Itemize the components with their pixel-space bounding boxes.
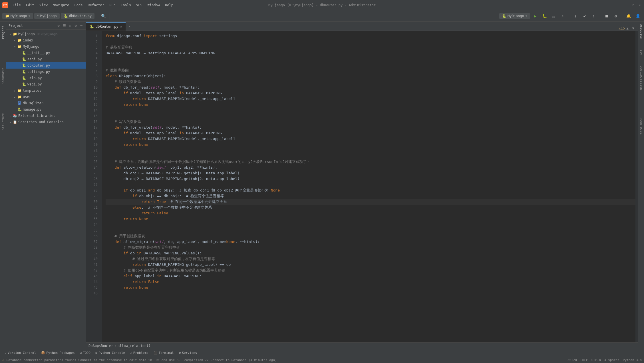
tree-item-asgi[interactable]: 🐍 asgi.py (6, 56, 86, 62)
search-everywhere-btn[interactable]: 🔍 (99, 12, 107, 20)
line-num-31: 31 (86, 205, 98, 210)
tree-item-urls[interactable]: 🐍 urls.py (6, 75, 86, 81)
terminal-btn[interactable]: ⬛ Terminal (151, 350, 176, 355)
encoding[interactable]: UTF-8 (591, 358, 601, 362)
code-line-44: return False (106, 279, 635, 285)
panel-settings-icon[interactable]: ⚙ (56, 23, 61, 28)
run-config-chevron: ▾ (525, 14, 527, 18)
tree-item-templates[interactable]: ▸ 📁 templates (6, 87, 86, 94)
code-line-21 (106, 147, 635, 153)
git-commit-button[interactable]: ✔ (581, 12, 589, 20)
maximize-button[interactable]: □ (631, 3, 635, 7)
tab-overflow-btn[interactable]: ▾ (126, 22, 133, 31)
line-num-12: 12 (86, 96, 98, 102)
git-update-button[interactable]: ↓ (571, 12, 579, 20)
line-num-26: 26 (86, 176, 98, 182)
code-line-5 (106, 56, 635, 62)
tree-no-arrow-urls (18, 76, 21, 80)
line-num-24: 24 (86, 165, 98, 170)
code-line-10: def db_for_read(self, model, **hints): (106, 85, 635, 90)
line-num-32: 32 (86, 210, 98, 216)
code-content[interactable]: from django.conf import settings # 获取配置字… (102, 31, 635, 342)
active-editor-tab[interactable]: 🐍 dbRouter.py ✕ (86, 22, 126, 31)
line-num-39: 39 (86, 250, 98, 256)
line-num-6: 6 (86, 62, 98, 67)
file-btn[interactable]: 🐍 dbRouter.py (61, 13, 94, 19)
git-push-button[interactable]: ↑ (590, 12, 598, 20)
tab-close-btn[interactable]: ✕ (120, 25, 122, 29)
vcs-branch[interactable]: ⑂ MyDjango (34, 13, 60, 19)
panel-close-icon[interactable]: ─ (79, 23, 84, 28)
tree-item-user[interactable]: ▸ 📁 user (6, 94, 86, 100)
database-tab[interactable]: Database (638, 22, 644, 41)
run-button[interactable]: ▶ (531, 12, 539, 20)
warning-count[interactable]: ⚠ 15 (619, 26, 624, 31)
stop-button[interactable]: ⏹ (603, 12, 611, 20)
panel-gear-icon[interactable]: ⚙ (73, 23, 78, 28)
menu-item-navigate[interactable]: Navigate (51, 2, 72, 8)
menu-item-code[interactable]: Code (72, 2, 85, 8)
coverage-button[interactable]: ⑉ (550, 12, 558, 20)
tree-item-init[interactable]: 🐍 __init__.py (6, 50, 86, 56)
tree-item-settings[interactable]: 🐍 settings.py (6, 69, 86, 75)
editor-scroll-up[interactable]: ▲ (625, 26, 630, 31)
vcs-label: Version Control (8, 351, 36, 355)
version-control-btn[interactable]: ⑂ Version Control (2, 350, 38, 355)
tree-icon-mydjango: 📁 (17, 44, 22, 49)
tree-item-db[interactable]: 🗄 db.sqlite3 (6, 100, 86, 106)
menu-item-tools[interactable]: Tools (118, 2, 133, 8)
structure-tab[interactable]: Structure (0, 111, 6, 132)
tree-item-extlibs[interactable]: ▸ 📚 External Libraries (6, 113, 86, 119)
line-num-40: 40 (86, 256, 98, 262)
problems-btn[interactable]: ⚠ Problems (128, 350, 151, 355)
tree-item-mydj-root[interactable]: ▾ 📁 MyDjango D:\MyDjango (6, 31, 86, 37)
tab-python-icon: 🐍 (90, 25, 94, 29)
tree-item-manage[interactable]: 🐍 manage.py (6, 106, 86, 113)
notifications-tab[interactable]: Notifications (638, 63, 644, 92)
debug-button[interactable]: 🐛 (540, 12, 548, 20)
run-configuration[interactable]: 🐍 MyDjango ▾ (499, 13, 530, 19)
notifications-btn[interactable]: 🔔 (625, 12, 633, 20)
tree-item-dbrouter[interactable]: 🐍 dbRouter.py (6, 62, 86, 69)
tree-item-mydjango[interactable]: ▾ 📁 MyDjango (6, 43, 86, 50)
todo-btn[interactable]: ☑ TODO (78, 350, 93, 355)
line-num-13: 13 (86, 102, 98, 107)
bookmarks-tab[interactable]: Bookmarks (0, 66, 6, 86)
minimize-button[interactable]: ─ (625, 3, 629, 7)
profile-button[interactable]: ⚡ (559, 12, 567, 20)
git-tab[interactable]: Git (638, 47, 644, 57)
word-book-tab[interactable]: Word Book (638, 115, 644, 137)
indent-info[interactable]: 4 spaces (604, 358, 619, 362)
tree-label-scratches: Scratches and Consoles (18, 120, 64, 124)
menu-item-refactor[interactable]: Refactor (85, 2, 106, 8)
cursor-position[interactable]: 30:20 (567, 358, 577, 362)
project-selector[interactable]: 📁 MyDjango ▾ (2, 13, 33, 19)
menu-item-window[interactable]: Window (145, 2, 162, 8)
panel-expand-icon[interactable]: ↕ (68, 23, 72, 28)
editor-wrapper: 🐍 dbRouter.py ✕ ▾ ⚠ 15 ▲ ▼ 1234567891011… (86, 22, 638, 349)
python-console-btn[interactable]: ▶ Python Console (93, 350, 127, 355)
menu-item-view[interactable]: View (37, 2, 50, 8)
menu-item-run[interactable]: Run (107, 2, 118, 8)
settings-button[interactable]: ⚙ (612, 12, 620, 20)
menu-item-help[interactable]: Help (163, 2, 176, 8)
python-packages-btn[interactable]: 📦 Python Packages (39, 350, 77, 355)
services-btn[interactable]: ⚙ Services (177, 350, 200, 355)
line-num-29: 29 (86, 193, 98, 199)
language-info[interactable]: Python 3.8 (623, 358, 642, 362)
project-tab[interactable]: Project (0, 24, 6, 41)
menu-item-file[interactable]: File (10, 2, 23, 8)
close-button[interactable]: ✕ (638, 3, 642, 7)
code-line-1: from django.conf import settings (106, 33, 635, 39)
tree-arrow-templates: ▸ (13, 89, 17, 92)
tree-item-wsgi[interactable]: 🐍 wsgi.py (6, 81, 86, 87)
menu-item-edit[interactable]: Edit (24, 2, 37, 8)
user-avatar[interactable]: 👤 (634, 12, 642, 20)
tree-item-index[interactable]: ▸ 📁 index (6, 37, 86, 43)
editor-scroll-down[interactable]: ▼ (631, 26, 635, 31)
line-endings[interactable]: CRLF (580, 358, 588, 362)
code-line-11: if model._meta.app_label in DATABASE_MAP… (106, 90, 635, 96)
tree-item-scratches[interactable]: ▸ 📋 Scratches and Consoles (6, 119, 86, 125)
panel-sort-icon[interactable]: ☰ (62, 23, 67, 28)
menu-item-vcs[interactable]: VCS (134, 2, 145, 8)
